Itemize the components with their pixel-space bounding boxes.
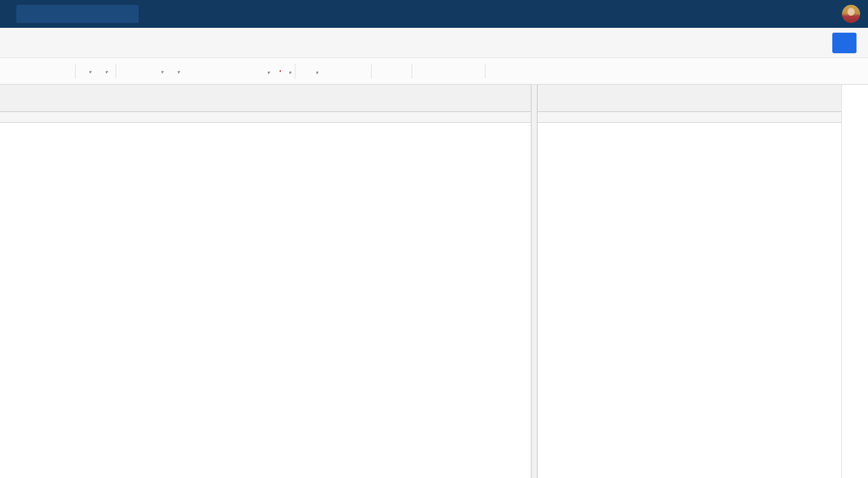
main-area xyxy=(0,85,868,478)
right-sidebar xyxy=(841,85,868,478)
view-selector[interactable] xyxy=(79,62,96,80)
gantt-pane xyxy=(538,85,841,478)
zoom-out-button[interactable] xyxy=(780,62,797,80)
font-family-selector[interactable] xyxy=(153,62,169,80)
indent-button[interactable] xyxy=(136,62,153,80)
print-button[interactable] xyxy=(22,62,39,80)
critical-path-icon[interactable] xyxy=(813,62,829,80)
card-settings-button[interactable] xyxy=(375,62,392,80)
gantt-settings-gear-icon[interactable] xyxy=(829,62,846,80)
italic-button[interactable] xyxy=(202,62,218,80)
highlight-changes-button[interactable] xyxy=(392,62,408,80)
bold-button[interactable] xyxy=(185,62,202,80)
collapse-toolbar-icon[interactable] xyxy=(846,62,862,80)
undo-button[interactable] xyxy=(39,62,55,80)
grid-header xyxy=(0,85,531,112)
outdent-button[interactable] xyxy=(120,62,136,80)
more-options-button[interactable] xyxy=(489,62,505,80)
insert-row-button[interactable] xyxy=(449,62,465,80)
gantt-subheader xyxy=(538,112,841,123)
image-button[interactable] xyxy=(432,62,449,80)
gantt-timeline-header xyxy=(538,85,841,112)
gantt-body xyxy=(538,123,841,478)
split-cell-button[interactable] xyxy=(465,62,481,80)
clear-format-button[interactable] xyxy=(335,62,351,80)
top-navigation-bar xyxy=(0,0,868,28)
save-button[interactable] xyxy=(6,62,22,80)
share-button[interactable] xyxy=(832,33,856,53)
pane-splitter[interactable] xyxy=(531,85,538,478)
zoom-in-button[interactable] xyxy=(797,62,813,80)
sheet-grid xyxy=(0,85,531,478)
font-color-button[interactable] xyxy=(272,62,289,80)
underline-button[interactable] xyxy=(218,62,234,80)
wrap-text-button[interactable] xyxy=(318,62,335,80)
toolbar xyxy=(0,57,868,85)
strikethrough-button[interactable] xyxy=(234,62,251,80)
filter-selector[interactable] xyxy=(96,62,112,80)
search-input[interactable] xyxy=(16,5,139,23)
column-info-row xyxy=(0,112,531,123)
grid-body xyxy=(0,123,531,478)
redo-button[interactable] xyxy=(55,62,71,80)
fill-color-button[interactable] xyxy=(251,62,267,80)
menu-bar xyxy=(0,28,868,57)
user-avatar[interactable] xyxy=(842,5,860,23)
link-button[interactable] xyxy=(416,62,432,80)
align-button[interactable] xyxy=(299,62,315,80)
font-size-selector[interactable] xyxy=(169,62,185,80)
format-painter-button[interactable] xyxy=(351,62,367,80)
